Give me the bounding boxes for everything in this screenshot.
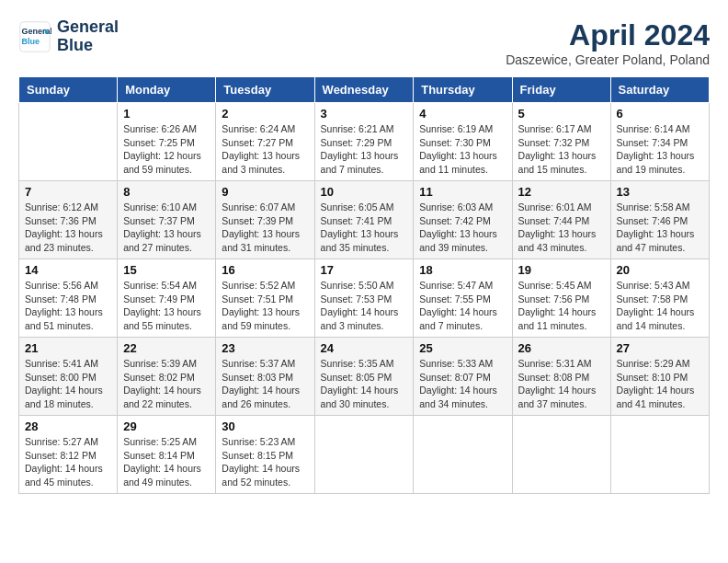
day-info: Sunrise: 5:58 AMSunset: 7:46 PMDaylight:… [617,201,703,255]
day-number: 25 [419,341,506,355]
day-number: 17 [321,263,408,277]
day-header-saturday: Saturday [610,77,709,103]
day-number: 27 [617,341,703,355]
day-info: Sunrise: 5:56 AMSunset: 7:48 PMDaylight:… [25,279,111,333]
day-info: Sunrise: 6:12 AMSunset: 7:36 PMDaylight:… [25,201,111,255]
day-number: 23 [222,341,308,355]
calendar-cell: 6Sunrise: 6:14 AMSunset: 7:34 PMDaylight… [610,103,709,181]
day-info: Sunrise: 5:31 AMSunset: 8:08 PMDaylight:… [518,357,605,411]
calendar-cell: 8Sunrise: 6:10 AMSunset: 7:37 PMDaylight… [118,181,216,259]
day-info: Sunrise: 6:19 AMSunset: 7:30 PMDaylight:… [419,122,506,177]
day-info: Sunrise: 5:54 AMSunset: 7:49 PMDaylight:… [123,279,210,333]
week-row-5: 28Sunrise: 5:27 AMSunset: 8:12 PMDayligh… [19,416,710,494]
day-number: 29 [123,419,210,433]
day-info: Sunrise: 5:33 AMSunset: 8:07 PMDaylight:… [419,357,506,411]
day-info: Sunrise: 6:21 AMSunset: 7:29 PMDaylight:… [321,122,408,177]
day-number: 8 [123,185,210,199]
day-info: Sunrise: 5:50 AMSunset: 7:53 PMDaylight:… [321,279,408,333]
day-info: Sunrise: 6:07 AMSunset: 7:39 PMDaylight:… [222,201,308,255]
day-number: 24 [321,341,408,355]
day-number: 4 [419,107,506,121]
day-number: 15 [123,263,210,277]
day-number: 14 [25,263,111,277]
calendar-cell: 5Sunrise: 6:17 AMSunset: 7:32 PMDaylight… [512,103,610,181]
calendar-cell: 27Sunrise: 5:29 AMSunset: 8:10 PMDayligh… [610,338,709,416]
logo-icon: General Blue [18,20,51,53]
day-number: 7 [25,185,111,199]
day-info: Sunrise: 6:14 AMSunset: 7:34 PMDaylight:… [617,122,703,177]
calendar-cell [512,416,610,494]
day-header-sunday: Sunday [19,77,118,103]
day-number: 6 [617,107,703,121]
calendar-cell: 7Sunrise: 6:12 AMSunset: 7:36 PMDaylight… [19,181,118,259]
day-info: Sunrise: 5:27 AMSunset: 8:12 PMDaylight:… [25,435,111,489]
svg-text:Blue: Blue [22,37,40,46]
title-block: April 2024 Daszewice, Greater Poland, Po… [506,18,710,67]
calendar-cell: 25Sunrise: 5:33 AMSunset: 8:07 PMDayligh… [414,338,512,416]
day-header-thursday: Thursday [414,77,512,103]
day-info: Sunrise: 5:25 AMSunset: 8:14 PMDaylight:… [123,435,210,489]
day-header-wednesday: Wednesday [314,77,414,103]
day-info: Sunrise: 5:35 AMSunset: 8:05 PMDaylight:… [321,357,408,411]
calendar-cell: 9Sunrise: 6:07 AMSunset: 7:39 PMDaylight… [216,181,314,259]
calendar-cell: 21Sunrise: 5:41 AMSunset: 8:00 PMDayligh… [19,338,118,416]
week-row-3: 14Sunrise: 5:56 AMSunset: 7:48 PMDayligh… [19,259,710,338]
location: Daszewice, Greater Poland, Poland [506,52,710,67]
calendar-cell [414,416,512,494]
calendar-cell: 19Sunrise: 5:45 AMSunset: 7:56 PMDayligh… [512,259,610,338]
day-number: 16 [222,263,308,277]
day-info: Sunrise: 6:05 AMSunset: 7:41 PMDaylight:… [321,201,408,255]
day-number: 12 [518,185,605,199]
day-header-monday: Monday [118,77,216,103]
day-number: 10 [321,185,408,199]
day-info: Sunrise: 5:52 AMSunset: 7:51 PMDaylight:… [222,279,308,333]
calendar-cell: 10Sunrise: 6:05 AMSunset: 7:41 PMDayligh… [314,181,414,259]
day-info: Sunrise: 6:01 AMSunset: 7:44 PMDaylight:… [518,201,605,255]
day-header-tuesday: Tuesday [216,77,314,103]
day-number: 30 [222,419,308,433]
calendar-cell: 18Sunrise: 5:47 AMSunset: 7:55 PMDayligh… [414,259,512,338]
calendar-cell [610,416,709,494]
calendar-cell: 14Sunrise: 5:56 AMSunset: 7:48 PMDayligh… [19,259,118,338]
day-number: 11 [419,185,506,199]
month-title: April 2024 [506,18,710,52]
day-header-friday: Friday [512,77,610,103]
day-info: Sunrise: 5:41 AMSunset: 8:00 PMDaylight:… [25,357,111,411]
day-number: 2 [222,107,308,121]
day-number: 13 [617,185,703,199]
calendar-cell: 20Sunrise: 5:43 AMSunset: 7:58 PMDayligh… [610,259,709,338]
calendar-cell: 15Sunrise: 5:54 AMSunset: 7:49 PMDayligh… [118,259,216,338]
day-number: 21 [25,341,111,355]
day-number: 26 [518,341,605,355]
day-info: Sunrise: 5:47 AMSunset: 7:55 PMDaylight:… [419,279,506,333]
day-number: 3 [321,107,408,121]
calendar-cell: 16Sunrise: 5:52 AMSunset: 7:51 PMDayligh… [216,259,314,338]
calendar-cell: 1Sunrise: 6:26 AMSunset: 7:25 PMDaylight… [118,103,216,181]
week-row-4: 21Sunrise: 5:41 AMSunset: 8:00 PMDayligh… [19,338,710,416]
day-info: Sunrise: 5:37 AMSunset: 8:03 PMDaylight:… [222,357,308,411]
calendar-cell [314,416,414,494]
day-number: 20 [617,263,703,277]
logo-text: General Blue [57,18,119,55]
calendar-cell: 22Sunrise: 5:39 AMSunset: 8:02 PMDayligh… [118,338,216,416]
page-header: General Blue General Blue April 2024 Das… [18,18,710,67]
day-info: Sunrise: 6:24 AMSunset: 7:27 PMDaylight:… [222,122,308,177]
day-info: Sunrise: 5:23 AMSunset: 8:15 PMDaylight:… [222,435,308,489]
calendar-cell: 2Sunrise: 6:24 AMSunset: 7:27 PMDaylight… [216,103,314,181]
calendar-cell [19,103,118,181]
calendar-cell: 26Sunrise: 5:31 AMSunset: 8:08 PMDayligh… [512,338,610,416]
calendar-cell: 4Sunrise: 6:19 AMSunset: 7:30 PMDaylight… [414,103,512,181]
day-info: Sunrise: 5:39 AMSunset: 8:02 PMDaylight:… [123,357,210,411]
calendar-cell: 12Sunrise: 6:01 AMSunset: 7:44 PMDayligh… [512,181,610,259]
day-info: Sunrise: 6:17 AMSunset: 7:32 PMDaylight:… [518,122,605,177]
calendar-table: SundayMondayTuesdayWednesdayThursdayFrid… [18,76,710,494]
day-number: 1 [123,107,210,121]
day-info: Sunrise: 6:03 AMSunset: 7:42 PMDaylight:… [419,201,506,255]
day-info: Sunrise: 5:45 AMSunset: 7:56 PMDaylight:… [518,279,605,333]
day-number: 28 [25,419,111,433]
day-number: 18 [419,263,506,277]
day-number: 19 [518,263,605,277]
calendar-header-row: SundayMondayTuesdayWednesdayThursdayFrid… [19,77,710,103]
calendar-cell: 24Sunrise: 5:35 AMSunset: 8:05 PMDayligh… [314,338,414,416]
day-info: Sunrise: 5:43 AMSunset: 7:58 PMDaylight:… [617,279,703,333]
